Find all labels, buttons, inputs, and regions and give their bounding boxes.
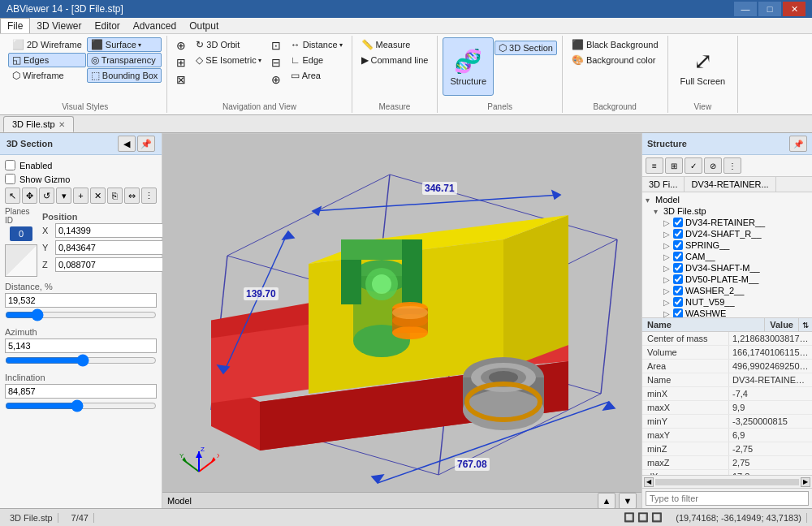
btn-bg-color[interactable]: 🎨 Background color bbox=[568, 53, 663, 67]
btn-nav3[interactable]: ⊠ bbox=[172, 71, 190, 88]
btn-surface[interactable]: ⬛ Surface ▾ bbox=[87, 37, 162, 52]
measure-icon: 📏 bbox=[361, 39, 374, 50]
scroll-left-btn[interactable]: ◀ bbox=[644, 477, 654, 487]
struct-btn-4[interactable]: ⊘ bbox=[704, 157, 722, 174]
tool-add[interactable]: + bbox=[73, 188, 89, 204]
btn-nav2[interactable]: ⊞ bbox=[172, 54, 190, 71]
tree-item-7[interactable]: ▷ NUT_V59__ bbox=[644, 296, 810, 308]
tool-move[interactable]: ✥ bbox=[22, 188, 37, 204]
btn-edge[interactable]: ∟ Edge bbox=[287, 53, 347, 67]
btn-nav5[interactable]: ⊟ bbox=[267, 54, 285, 71]
scroll-right-btn[interactable]: ▶ bbox=[801, 477, 810, 487]
menu-file[interactable]: File bbox=[0, 18, 30, 33]
breadcrumb-2[interactable]: DV34-RETAINER... bbox=[685, 177, 775, 192]
btn-nav6[interactable]: ⊕ bbox=[267, 71, 285, 88]
tree-item-5[interactable]: ▷ DV50-PLATE-M__ bbox=[644, 274, 810, 285]
viewport[interactable]: 346.71 139.70 767.08 X Y Z Model ▲ ▼ bbox=[162, 133, 641, 508]
tree-check-1[interactable] bbox=[673, 229, 683, 239]
tree-item-2[interactable]: ▷ SPRING__ bbox=[644, 239, 810, 251]
menu-advanced[interactable]: Advanced bbox=[127, 19, 183, 33]
btn-distance[interactable]: ↔ Distance ▾ bbox=[287, 37, 347, 52]
struct-pin-btn[interactable]: 📌 bbox=[789, 136, 807, 152]
tree-check-2[interactable] bbox=[673, 240, 683, 250]
tool-delete[interactable]: ✕ bbox=[90, 188, 106, 204]
menu-output[interactable]: Output bbox=[183, 19, 225, 33]
btn-full-screen[interactable]: ⤢ Full Screen bbox=[673, 37, 733, 96]
distance-input[interactable] bbox=[5, 293, 157, 308]
enabled-checkbox[interactable] bbox=[5, 160, 15, 170]
ribbon: ⬜ 2D Wireframe ◱ Edges ⬡ Wireframe ⬛ Sur… bbox=[0, 34, 812, 115]
tree-3dfile[interactable]: ▾ 3D File.stp bbox=[644, 205, 810, 217]
menu-3dviewer[interactable]: 3D Viewer bbox=[30, 19, 88, 33]
btn-measure[interactable]: 📏 Measure bbox=[357, 37, 433, 52]
x-input[interactable] bbox=[55, 223, 174, 238]
menu-editor[interactable]: Editor bbox=[88, 19, 126, 33]
tool-rotate[interactable]: ↺ bbox=[39, 188, 54, 204]
status-coordinates: (19,74168; -36,14949; 43,7183) bbox=[671, 513, 807, 523]
viewport-scroll-down[interactable]: ▼ bbox=[619, 493, 637, 509]
azimuth-slider[interactable] bbox=[5, 356, 157, 365]
btn-2d-wireframe[interactable]: ⬜ 2D Wireframe bbox=[8, 37, 86, 52]
close-button[interactable]: ✕ bbox=[783, 2, 806, 16]
btn-3d-section[interactable]: ⬡ 3D Section bbox=[495, 41, 557, 55]
btn-transparency[interactable]: ◎ Transparency bbox=[87, 53, 162, 67]
tab-close-icon[interactable]: ✕ bbox=[58, 120, 65, 129]
btn-nav1[interactable]: ⊕ bbox=[172, 37, 190, 54]
minimize-button[interactable]: — bbox=[734, 2, 757, 16]
tool-copy[interactable]: ⎘ bbox=[107, 188, 123, 204]
ribbon-measure-buttons: 📏 Measure ▶ Command line bbox=[357, 37, 433, 101]
distance-slider[interactable] bbox=[5, 310, 157, 320]
tree-check-5[interactable] bbox=[673, 274, 683, 284]
tree-check-0[interactable] bbox=[673, 218, 683, 227]
tool-more[interactable]: ⋮ bbox=[141, 188, 157, 204]
btn-bounding-box[interactable]: ⬚ Bounding Box bbox=[87, 68, 162, 83]
struct-btn-3[interactable]: ✓ bbox=[685, 157, 702, 174]
tree-check-6[interactable] bbox=[673, 286, 683, 295]
props-header: Name Value ⇅ bbox=[642, 318, 812, 332]
ribbon-navigation: ⊕ ⊞ ⊠ ↻ 3D Orbit ◇ SE Isometric ▾ bbox=[167, 36, 352, 113]
struct-btn-1[interactable]: ≡ bbox=[646, 157, 663, 174]
tree-check-8[interactable] bbox=[673, 308, 683, 317]
scroll-track[interactable] bbox=[655, 479, 799, 485]
panel-pin-btn[interactable]: 📌 bbox=[137, 136, 155, 152]
tool-dropdown[interactable]: ▾ bbox=[56, 188, 71, 204]
tree-check-7[interactable] bbox=[673, 297, 683, 307]
struct-btn-2[interactable]: ⊞ bbox=[665, 157, 683, 174]
azimuth-input[interactable] bbox=[5, 338, 157, 353]
btn-wireframe-3d[interactable]: ⬡ Wireframe bbox=[8, 68, 86, 83]
tree-check-4[interactable] bbox=[673, 263, 683, 273]
viewport-scroll-up[interactable]: ▲ bbox=[598, 493, 615, 509]
panel-collapse-btn[interactable]: ◀ bbox=[118, 136, 136, 152]
titlebar-title: ABViewer 14 - [3D File.stp] bbox=[6, 3, 123, 15]
show-gizmo-checkbox[interactable] bbox=[5, 174, 15, 184]
btn-se-isometric[interactable]: ◇ SE Isometric ▾ bbox=[192, 53, 265, 67]
tree-item-3[interactable]: ▷ CAM__ bbox=[644, 251, 810, 262]
inclination-input[interactable] bbox=[5, 384, 157, 399]
struct-btn-5[interactable]: ⋮ bbox=[723, 157, 741, 174]
z-input[interactable] bbox=[55, 257, 174, 272]
btn-structure[interactable]: 🧬 Structure bbox=[443, 37, 494, 96]
inclination-slider[interactable] bbox=[5, 401, 157, 411]
tool-select[interactable]: ↖ bbox=[5, 188, 20, 204]
tree-model[interactable]: ▾ Model bbox=[644, 194, 810, 205]
btn-command-line[interactable]: ▶ Command line bbox=[357, 53, 433, 67]
tab-3dfile[interactable]: 3D File.stp ✕ bbox=[3, 116, 74, 132]
tree-item-4[interactable]: ▷ DV34-SHAFT-M__ bbox=[644, 262, 810, 274]
tree-item-6[interactable]: ▷ WASHER_2__ bbox=[644, 285, 810, 296]
btn-edges[interactable]: ◱ Edges bbox=[8, 53, 86, 67]
btn-black-bg[interactable]: ⬛ Black Background bbox=[568, 37, 663, 52]
y-input[interactable] bbox=[55, 240, 174, 255]
tree-item-1[interactable]: ▷ DV24-SHAFT_R__ bbox=[644, 228, 810, 239]
filter-input[interactable] bbox=[646, 491, 809, 506]
btn-area[interactable]: ▭ Area bbox=[287, 68, 347, 83]
props-sort-btn[interactable]: ⇅ bbox=[799, 318, 812, 331]
tree-item-8[interactable]: ▷ WASHWE__ bbox=[644, 308, 810, 317]
btn-nav4[interactable]: ⊡ bbox=[267, 37, 285, 54]
tool-mirror[interactable]: ⇔ bbox=[124, 188, 140, 204]
area-icon: ▭ bbox=[291, 70, 300, 81]
maximize-button[interactable]: □ bbox=[758, 2, 781, 16]
btn-3d-orbit[interactable]: ↻ 3D Orbit bbox=[192, 37, 265, 52]
tree-check-3[interactable] bbox=[673, 252, 683, 261]
tree-item-0[interactable]: ▷ DV34-RETAINER__ bbox=[644, 217, 810, 228]
breadcrumb-1[interactable]: 3D Fi... bbox=[642, 177, 685, 192]
